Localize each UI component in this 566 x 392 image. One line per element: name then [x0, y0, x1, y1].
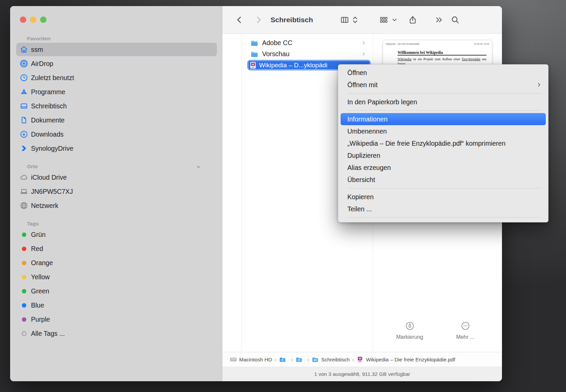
- svg-text:PDF: PDF: [358, 361, 362, 362]
- toolbar: Schreibtisch: [222, 6, 502, 34]
- folder-user-icon: [279, 356, 286, 363]
- sidebar-item-downloads[interactable]: Downloads: [10, 127, 222, 141]
- sidebar-item-green[interactable]: Green: [10, 284, 222, 298]
- sidebar-item-orange[interactable]: Orange: [10, 256, 222, 270]
- folder-desktop-icon: [312, 356, 319, 363]
- sidebar-item-label: Orange: [31, 259, 53, 267]
- sidebar-item-label: Alle Tags ...: [31, 330, 65, 337]
- path-segment-label: Wikipedia – Die freie Enzyklopädie.pdf: [366, 357, 455, 363]
- pdf-file-icon: PDF: [250, 62, 256, 69]
- sidebar-item-label: Schreibtisch: [31, 102, 67, 110]
- download-icon: [20, 130, 28, 139]
- sidebar-item-ssm[interactable]: ssm: [10, 42, 222, 57]
- forward-button[interactable]: [254, 6, 263, 34]
- close-button[interactable]: [20, 16, 26, 23]
- sidebar-item-jn6pw5c7xj[interactable]: JN6PW5C7XJ: [10, 184, 222, 199]
- status-bar: 1 von 3 ausgewählt, 911.32 GB verfügbar: [222, 367, 502, 381]
- sidebar-section-header: Favoriten: [27, 36, 222, 42]
- sidebar-item-purple[interactable]: Purple: [10, 312, 222, 326]
- path-segment-label: Macintosh HD: [239, 357, 272, 363]
- zoom-button[interactable]: [40, 16, 46, 23]
- pdf-heading: Willkommen bei Wikipedia: [398, 50, 486, 55]
- back-button[interactable]: [235, 6, 244, 34]
- sidebar-item-zuletzt-benutzt[interactable]: Zuletzt benutzt: [10, 71, 222, 85]
- sidebar-item-yellow[interactable]: Yellow: [10, 270, 222, 284]
- minimize-button[interactable]: [30, 16, 36, 23]
- pdf-header-date: 01.09.24, 13:03: [474, 43, 489, 45]
- sidebar: Favoriten ssmAirDropZuletzt benutztProgr…: [10, 6, 222, 381]
- context-menu-item[interactable]: Kopieren: [338, 191, 548, 203]
- sidebar-item-netzwerk[interactable]: Netzwerk: [10, 199, 222, 213]
- sidebar-item-schreibtisch[interactable]: Schreibtisch: [10, 99, 222, 113]
- chevron-right-icon: [361, 52, 366, 56]
- tag-dot-icon: [20, 244, 28, 253]
- sidebar-item-synologydrive[interactable]: SynologyDrive: [10, 141, 222, 155]
- sidebar-item-label: Downloads: [31, 131, 63, 138]
- laptop-icon: [20, 187, 28, 196]
- window-title: Schreibtisch: [271, 6, 313, 34]
- context-menu-item[interactable]: In den Papierkorb legen: [338, 96, 548, 108]
- sidebar-item-programme[interactable]: Programme: [10, 85, 222, 99]
- context-menu-item[interactable]: Öffnen: [338, 67, 548, 79]
- context-menu-item[interactable]: Duplizieren: [338, 149, 548, 162]
- menu-separator: [347, 188, 542, 188]
- sidebar-item-gr-n[interactable]: Grün: [10, 227, 222, 242]
- chevron-down-icon[interactable]: [391, 6, 398, 34]
- file-name: Vorschau: [262, 50, 289, 58]
- group-by-icon[interactable]: [379, 6, 388, 34]
- file-name: Wikipedia – D...yklopädi: [259, 62, 327, 69]
- home-icon: [20, 45, 28, 54]
- search-icon[interactable]: [451, 6, 460, 34]
- context-menu-item[interactable]: „Wikipedia – Die freie Enzyklopädie.pdf“…: [338, 137, 548, 149]
- cloud-icon: [20, 173, 28, 182]
- share-icon[interactable]: [408, 6, 417, 34]
- chevron-down-icon[interactable]: [196, 164, 201, 170]
- synology-icon: [20, 144, 28, 153]
- tag-dot-icon: [20, 315, 28, 324]
- sidebar-item-label: Blue: [31, 301, 44, 309]
- markup-icon: [405, 321, 414, 330]
- path-segment[interactable]: ›: [295, 356, 312, 363]
- clock-icon: [20, 73, 28, 82]
- sidebar-item-label: ssm: [31, 46, 43, 54]
- sidebar-item-icloud-drive[interactable]: iCloud Drive: [10, 170, 222, 184]
- context-menu-item[interactable]: Alias erzeugen: [338, 162, 548, 174]
- sidebar-item-label: Purple: [31, 316, 50, 323]
- sidebar-item-label: SynologyDrive: [31, 145, 73, 152]
- context-menu-item[interactable]: Informationen: [341, 113, 546, 125]
- quick-action-button[interactable]: Markierung: [391, 321, 428, 340]
- path-separator-chevron: ›: [275, 357, 276, 362]
- context-menu: Öffnen Öffnen mit In den Papierkorb lege…: [338, 64, 548, 222]
- path-segment[interactable]: Macintosh HD ›: [230, 356, 279, 363]
- sidebar-item-label: Green: [31, 287, 49, 295]
- context-menu-item[interactable]: Öffnen mit: [338, 79, 548, 91]
- appstore-icon: [20, 87, 28, 96]
- context-menu-item[interactable]: Übersicht: [338, 174, 548, 186]
- sidebar-item-red[interactable]: Red: [10, 242, 222, 256]
- context-menu-item[interactable]: Teilen ...: [338, 203, 548, 215]
- path-segment[interactable]: PDF Wikipedia – Die freie Enzyklopädie.p…: [356, 356, 455, 363]
- harddisk-icon: [230, 356, 237, 363]
- tag-dot-icon: [20, 230, 28, 239]
- status-text: 1 von 3 ausgewählt, 911.32 GB verfügbar: [314, 371, 410, 377]
- file-row[interactable]: Adobe CC: [242, 37, 373, 48]
- quick-action-button[interactable]: Mehr ...: [447, 321, 484, 340]
- path-segment[interactable]: Schreibtisch ›: [312, 356, 356, 363]
- file-row[interactable]: Vorschau: [242, 48, 373, 60]
- sidebar-item-airdrop[interactable]: AirDrop: [10, 57, 222, 71]
- file-name: Adobe CC: [262, 39, 292, 47]
- path-segment[interactable]: ›: [279, 356, 295, 363]
- more-toolbar-icon[interactable]: [435, 6, 443, 34]
- view-switcher-chevrons-icon[interactable]: [352, 6, 358, 34]
- sidebar-item-label: Dokumente: [31, 116, 65, 124]
- column-view-icon[interactable]: [340, 6, 349, 34]
- sidebar-item-alle-tags-[interactable]: Alle Tags ...: [10, 326, 222, 341]
- tag-dot-icon: [20, 258, 28, 267]
- sidebar-item-blue[interactable]: Blue: [10, 298, 222, 312]
- context-menu-item[interactable]: Umbenennen: [338, 125, 548, 137]
- submenu-chevron-icon: [537, 79, 541, 91]
- sidebar-item-dokumente[interactable]: Dokumente: [10, 113, 222, 127]
- pdf-header-title: Wikipedia – Die freie Enzyklopädie: [386, 43, 419, 45]
- document-icon: [20, 116, 28, 124]
- pdf-file-icon: PDF: [356, 356, 364, 363]
